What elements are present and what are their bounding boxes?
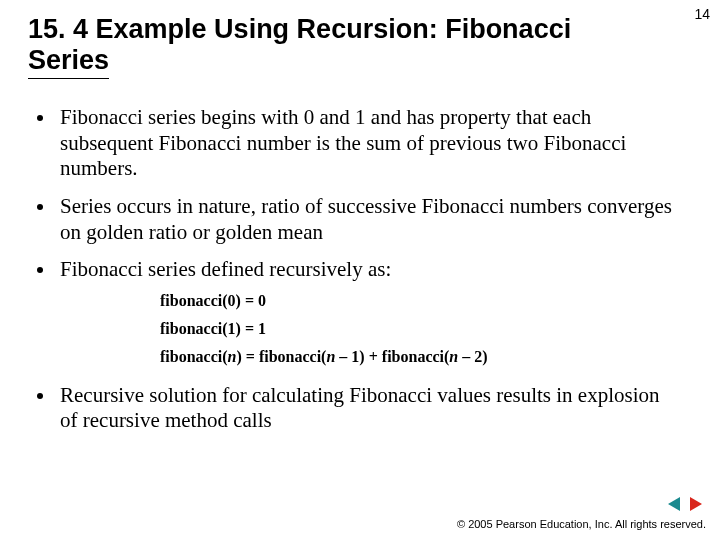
bullet-item: Fibonacci series defined recursively as:… <box>56 257 680 371</box>
title-line-2: Series <box>28 45 109 79</box>
definition-block: fibonacci(0) = 0 fibonacci(1) = 1 fibona… <box>160 287 680 371</box>
bullet-item: Fibonacci series begins with 0 and 1 and… <box>56 105 680 182</box>
def-text: fibonacci( <box>160 348 228 365</box>
svg-marker-0 <box>668 497 680 511</box>
nav-controls <box>666 496 704 512</box>
title-line-1: 15. 4 Example Using Recursion: Fibonacci <box>28 14 571 44</box>
def-text: – 1) + fibonacci( <box>335 348 449 365</box>
def-text: – 2) <box>458 348 487 365</box>
bullet-list: Fibonacci series begins with 0 and 1 and… <box>56 105 680 434</box>
next-icon[interactable] <box>688 496 704 512</box>
definition-line: fibonacci(n) = fibonacci(n – 1) + fibona… <box>160 343 680 371</box>
page-number: 14 <box>694 6 710 22</box>
def-text: ) = fibonacci( <box>236 348 326 365</box>
bullet-text: Fibonacci series defined recursively as: <box>60 257 391 281</box>
definition-line: fibonacci(1) = 1 <box>160 315 680 343</box>
def-var: n <box>449 348 458 365</box>
svg-marker-1 <box>690 497 702 511</box>
bullet-item: Recursive solution for calculating Fibon… <box>56 383 680 434</box>
copyright-footer: © 2005 Pearson Education, Inc. All right… <box>457 518 706 530</box>
definition-line: fibonacci(0) = 0 <box>160 287 680 315</box>
page-title: 15. 4 Example Using Recursion: Fibonacci… <box>0 0 720 79</box>
bullet-item: Series occurs in nature, ratio of succes… <box>56 194 680 245</box>
prev-icon[interactable] <box>666 496 682 512</box>
